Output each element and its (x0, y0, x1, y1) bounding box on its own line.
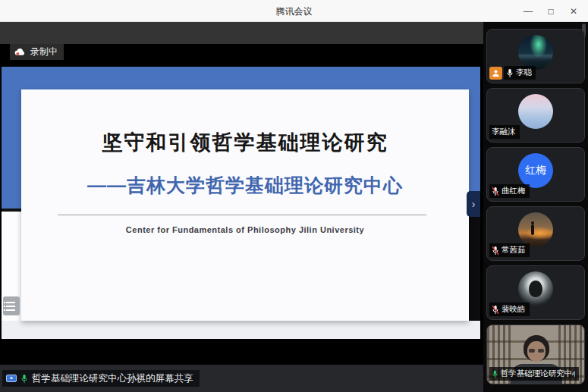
slide-title: 坚守和引领哲学基础理论研究 (21, 129, 469, 156)
screen-share-label: 哲学基础理论研究中心孙祺的屏幕共享 (32, 372, 193, 385)
recording-indicator[interactable]: 录制中 (10, 44, 64, 60)
main-stage: 录制中 坚守和引领哲学基础理论研究 ——吉林大学哲学基础理论研究中心 Cente… (0, 22, 483, 392)
tencent-meeting-window: 腾讯会议 — □ ✕ 录制中 坚守和引领哲学基础理论研究 ——吉林大学哲 (0, 0, 588, 392)
participant-tile[interactable]: 李融沫 (486, 88, 585, 143)
ppt-dark-band-right (469, 215, 480, 321)
ppt-blue-band-right (469, 89, 480, 196)
avatar: 红梅 (518, 153, 553, 188)
ppt-blue-band-left (2, 89, 21, 209)
slide-divider-line (58, 215, 426, 215)
participants-sidebar: 李聪 李融沫 红梅 (483, 22, 588, 392)
mic-on-icon (492, 369, 498, 379)
name-badge: 曲红梅 (489, 184, 530, 198)
avatar-initials: 红梅 (525, 164, 546, 177)
participant-name: 哲学基础理论研究中心... (501, 368, 575, 379)
participant-badges: 哲学基础理论研究中心... (489, 367, 579, 381)
mic-on-icon (20, 374, 28, 384)
window-controls: — □ ✕ (517, 0, 585, 22)
name-badge: 李融沫 (489, 125, 520, 139)
participant-tile[interactable]: 常茜茹 (486, 206, 585, 261)
participant-tile[interactable]: 裴映皓 (486, 265, 585, 320)
window-title: 腾讯会议 (0, 5, 588, 18)
mic-on-icon (506, 68, 514, 78)
presentation-slide: 坚守和引领哲学基础理论研究 ——吉林大学哲学基础理论研究中心 Center fo… (21, 89, 469, 321)
participant-name: 李聪 (516, 67, 532, 78)
ppt-blue-band-top (2, 67, 480, 89)
name-badge: 裴映皓 (489, 303, 530, 316)
meeting-toolbar-strip (0, 22, 483, 44)
name-badge: 哲学基础理论研究中心... (489, 367, 579, 381)
participant-name: 常茜茹 (502, 245, 526, 256)
maximize-button[interactable]: □ (539, 0, 562, 22)
participant-tile-live-video[interactable]: 哲学基础理论研究中心... (486, 325, 585, 384)
mic-muted-icon (492, 246, 499, 256)
status-bar: 哲学基础理论研究中心孙祺的屏幕共享 (0, 365, 483, 392)
mic-muted-icon (492, 187, 499, 196)
participant-tile[interactable]: 李聪 (486, 29, 585, 83)
recording-label: 录制中 (30, 45, 58, 58)
cloud-record-icon (14, 48, 26, 56)
name-badge: 常茜茹 (489, 243, 530, 257)
avatar (518, 212, 553, 247)
slideshow-menu-icon[interactable] (3, 296, 20, 315)
avatar (518, 271, 553, 306)
slide-caption: Center for Fundamentals of Philosophy Ji… (21, 225, 469, 234)
screen-share-icon (6, 375, 17, 383)
avatar (518, 35, 553, 70)
participant-name: 曲红梅 (502, 186, 526, 196)
participant-badges: 裴映皓 (489, 303, 530, 316)
participant-badges: 李聪 (489, 66, 536, 80)
participant-badges: 李融沫 (489, 125, 520, 139)
name-badge: 李聪 (504, 66, 536, 80)
shared-screen: 坚守和引领哲学基础理论研究 ——吉林大学哲学基础理论研究中心 Center fo… (2, 67, 480, 339)
screen-share-status: 哲学基础理论研究中心孙祺的屏幕共享 (2, 370, 200, 387)
chevron-right-icon: › (472, 198, 476, 210)
participant-name: 李融沫 (492, 127, 516, 137)
mic-muted-icon (492, 305, 499, 315)
host-badge-icon (489, 67, 502, 80)
participant-name: 裴映皓 (502, 304, 526, 315)
titlebar: 腾讯会议 — □ ✕ (0, 0, 588, 22)
sidebar-collapse-button[interactable]: › (467, 191, 480, 217)
participant-badges: 曲红梅 (489, 184, 530, 198)
participant-badges: 常茜茹 (489, 243, 530, 257)
slide-subtitle: ——吉林大学哲学基础理论研究中心 (21, 173, 469, 198)
close-button[interactable]: ✕ (562, 0, 585, 22)
avatar (518, 94, 553, 129)
minimize-button[interactable]: — (517, 0, 539, 22)
participant-tile[interactable]: 红梅 曲红梅 (486, 147, 585, 202)
